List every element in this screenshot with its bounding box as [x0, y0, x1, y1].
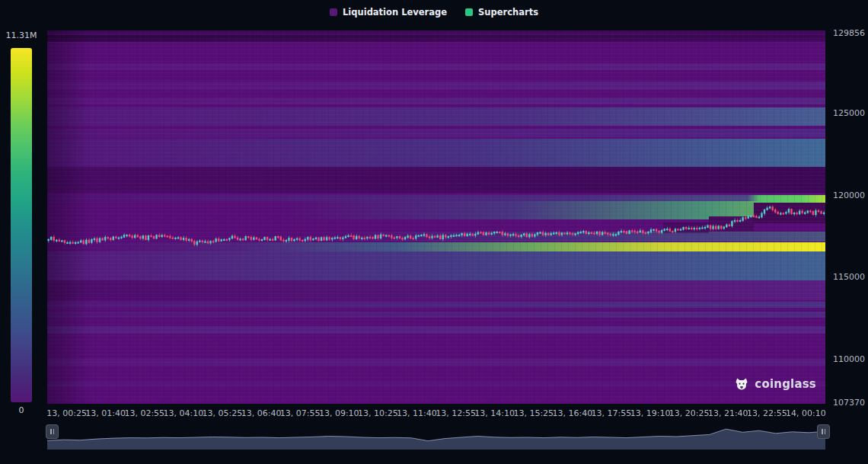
- navigator-area-chart: [47, 424, 825, 450]
- navigator-right-handle[interactable]: [817, 424, 830, 439]
- time-tick-label: 13, 09:10: [319, 408, 359, 418]
- supercharts-swatch-icon: [465, 8, 473, 16]
- chart-legend: Liquidation Leverage Supercharts: [0, 7, 868, 18]
- legend-label: Liquidation Leverage: [343, 7, 447, 18]
- time-tick-label: 13, 20:25: [669, 408, 710, 418]
- time-tick-label: 13, 05:25: [203, 408, 243, 418]
- time-tick-label: 14, 00:10: [786, 408, 826, 418]
- time-tick-label: 13, 04:10: [163, 408, 203, 418]
- time-tick-label: 13, 01:40: [85, 408, 126, 418]
- time-tick-label: 13, 11:40: [397, 408, 437, 418]
- candlestick-canvas[interactable]: [47, 30, 825, 404]
- time-tick-label: 13, 19:10: [630, 408, 671, 418]
- price-tick-label: 110000: [833, 354, 865, 364]
- time-tick-label: 13, 16:40: [552, 408, 592, 418]
- time-axis: 13, 00:2513, 01:4013, 02:5513, 04:1013, …: [47, 407, 825, 419]
- intensity-colorbar: [11, 48, 32, 402]
- liquidation-leverage-swatch-icon: [330, 8, 337, 16]
- time-tick-label: 13, 10:25: [358, 408, 398, 418]
- price-tick-label: 129856: [833, 28, 865, 38]
- price-tick-label: 115000: [833, 272, 865, 282]
- navigator[interactable]: [47, 424, 825, 450]
- time-tick-label: 13, 12:55: [436, 408, 476, 418]
- time-tick-label: 13, 15:25: [513, 408, 554, 418]
- price-axis: 129856125000120000115000110000107370: [830, 0, 868, 427]
- price-tick-label: 125000: [833, 108, 865, 118]
- price-tick-label: 120000: [833, 190, 865, 200]
- time-tick-label: 13, 21:40: [708, 408, 748, 418]
- time-tick-label: 13, 07:55: [280, 408, 321, 418]
- legend-label: Supercharts: [478, 7, 538, 18]
- navigator-left-handle[interactable]: [46, 424, 59, 439]
- liquidation-heatmap-app: Liquidation Leverage Supercharts 11.31M …: [0, 0, 868, 464]
- heatmap-plot[interactable]: coinglass: [47, 30, 825, 404]
- price-tick-label: 107370: [833, 398, 865, 408]
- colorbar-min-label: 0: [0, 405, 43, 415]
- legend-item-liquidation-leverage[interactable]: Liquidation Leverage: [330, 7, 447, 18]
- colorbar-max-label: 11.31M: [0, 30, 43, 40]
- time-tick-label: 13, 22:55: [747, 408, 787, 418]
- time-tick-label: 13, 06:40: [241, 408, 282, 418]
- legend-item-supercharts[interactable]: Supercharts: [465, 7, 538, 18]
- time-tick-label: 13, 02:55: [124, 408, 164, 418]
- time-tick-label: 13, 00:25: [46, 408, 87, 418]
- time-tick-label: 13, 17:55: [592, 408, 632, 418]
- time-tick-label: 13, 14:10: [474, 408, 515, 418]
